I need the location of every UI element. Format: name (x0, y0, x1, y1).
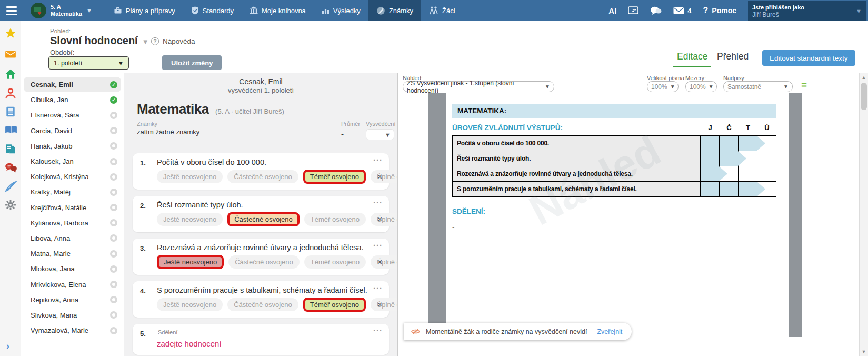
student-list-item[interactable]: Kyliánová, Barbora (21, 215, 124, 231)
rating-pill[interactable]: Ještě neosvojeno (157, 255, 224, 269)
template-select[interactable]: ZŠ Vysvědčení jinak - 1.stupeň (slovní h… (403, 81, 554, 92)
card-menu-icon[interactable]: ··· (373, 326, 383, 335)
rating-pill[interactable]: Téměř osvojeno (304, 255, 366, 269)
student-list-item[interactable]: Cesnak, Emil ✓ (24, 77, 121, 92)
report-grade-select[interactable]: ▼ (366, 129, 394, 140)
menu-item-standardy[interactable]: Standardy (183, 0, 242, 21)
card-menu-icon[interactable]: ··· (373, 283, 383, 292)
publish-link[interactable]: Zveřejnit (597, 328, 622, 335)
preview-scrollbar[interactable]: ▲ ▼ (859, 73, 868, 356)
student-list-item[interactable]: Vymazalová, Marie (21, 323, 124, 338)
menu-item-moje-knihovna[interactable]: Moje knihovna (242, 0, 314, 21)
help-link[interactable]: ?Nápověda (151, 37, 195, 45)
card-menu-icon[interactable]: ··· (373, 155, 383, 164)
rating-pill[interactable]: Částečně osvojeno (228, 255, 300, 269)
cast-icon[interactable] (628, 6, 638, 15)
rating-pill[interactable]: Ještě neosvojeno (157, 213, 223, 226)
outcome-row: Počítá v oboru čísel do 100 000. (453, 136, 776, 151)
student-list-item[interactable]: Kalousek, Jan (21, 154, 124, 169)
menu-item-vysledky[interactable]: Výsledky (314, 0, 368, 21)
student-list-item[interactable]: Elsnerová, Sára (21, 107, 124, 123)
student-status-icon (110, 142, 117, 150)
rating-pill[interactable]: Úplně osvojeno (371, 255, 398, 269)
save-changes-button[interactable]: Uložit změny (162, 55, 222, 70)
chevron-down-icon: ▼ (667, 84, 675, 90)
rating-pill[interactable]: Částečně osvojeno (227, 212, 300, 226)
rating-pill[interactable]: Částečně osvojeno (227, 298, 298, 311)
pen-icon[interactable] (5, 181, 16, 192)
ai-button[interactable]: AI (608, 6, 616, 15)
student-list-item[interactable]: Slivkova, Maria (21, 308, 124, 323)
chat-bubbles-icon[interactable] (5, 162, 16, 174)
edit-standard-texts-button[interactable]: Editovat standardní texty (762, 50, 855, 66)
student-list-item[interactable]: Mrkvickova, Elena (21, 276, 124, 292)
help-button[interactable]: ? Pomoc (703, 6, 736, 15)
documents-icon[interactable] (5, 143, 16, 155)
headings-select[interactable]: Samostatně▼ (723, 81, 793, 92)
enter-assessment-link[interactable]: zadejte hodnocení (157, 339, 222, 348)
home-icon[interactable] (5, 68, 16, 80)
menu-item-zaci[interactable]: Žáci (421, 0, 463, 21)
clear-rating-icon[interactable]: × (377, 173, 382, 181)
student-list-item[interactable]: Repiková, Anna (21, 292, 124, 308)
scrollbar-thumb[interactable] (861, 83, 867, 110)
rating-pill[interactable]: Ještě neosvojeno (157, 170, 223, 183)
view-selector[interactable]: Slovní hodnocení▼ (50, 35, 149, 47)
rating-pill[interactable]: Úplně osvojeno (371, 170, 398, 183)
clear-rating-icon[interactable]: × (377, 301, 382, 309)
rating-pill[interactable]: Ještě neosvojeno (157, 298, 223, 311)
scroll-down-icon[interactable]: ▼ (860, 349, 868, 354)
rating-pill[interactable]: Téměř osvojeno (303, 170, 366, 184)
student-list-item[interactable]: Cibulka, Jan ✓ (21, 92, 124, 107)
assessment-list: 1. ··· Počítá v oboru čísel do 100 000. … (133, 153, 389, 355)
tab-editace[interactable]: Editace (677, 51, 707, 62)
menu-item-plany-a-pripravy[interactable]: Plány a přípravy (106, 0, 183, 21)
doc-message-value: - (452, 223, 776, 231)
period-value: 1. pololetí (54, 60, 82, 67)
chevron-down-icon: ▼ (142, 38, 149, 46)
rating-pill[interactable]: Úplně osvojeno (371, 213, 398, 226)
person-icon[interactable] (5, 87, 16, 99)
card-menu-icon[interactable]: ··· (373, 198, 383, 207)
chevron-down-icon: ▼ (118, 60, 124, 66)
period-select[interactable]: 1. pololetí▼ (48, 56, 129, 70)
class-name-line1: 5. A (51, 4, 82, 11)
gear-icon[interactable] (5, 199, 16, 211)
student-list-item[interactable]: Krejčířová, Natálie (21, 200, 124, 215)
student-list-item[interactable]: Hanák, Jakub (21, 139, 124, 154)
chat-icon[interactable] (650, 6, 662, 15)
spacing-select[interactable]: 100%▼ (685, 81, 717, 92)
student-list-item[interactable]: Mlokova, Jana (21, 261, 124, 276)
font-size-select[interactable]: 100%▼ (647, 81, 679, 92)
headings-lines-icon[interactable]: ≡ (801, 80, 807, 90)
student-status-icon (110, 296, 117, 303)
notebook-icon[interactable] (5, 106, 16, 117)
student-name: Kalousek, Jan (31, 157, 110, 165)
messages-icon[interactable]: 4 (673, 7, 691, 15)
rating-pill[interactable]: Částečně osvojeno (227, 170, 298, 183)
user-menu[interactable]: Jste přihlášen jako Jiří Bureš ▼ (748, 1, 866, 21)
app-window: 5. A Matematika ▼ Plány a přípravy Stand… (0, 0, 868, 356)
student-list-item[interactable]: Libova, Anna (21, 231, 124, 246)
student-list-item[interactable]: Kolejková, Kristýna (21, 169, 124, 184)
card-menu-icon[interactable]: ··· (373, 241, 383, 250)
student-list-item[interactable]: Krátký, Matěj (21, 184, 124, 200)
rating-pill[interactable]: Téměř osvojeno (304, 213, 366, 226)
hamburger-menu-icon[interactable] (0, 6, 23, 15)
student-list-item[interactable]: Matna, Marie (21, 246, 124, 261)
rating-pill[interactable]: Téměř osvojeno (303, 298, 366, 312)
star-icon[interactable] (5, 27, 16, 39)
student-list-item[interactable]: Garcia, David (21, 123, 124, 139)
expand-rail-icon[interactable]: › (6, 341, 9, 352)
open-book-icon[interactable] (5, 124, 16, 136)
mail-icon[interactable] (5, 48, 16, 60)
scroll-up-icon[interactable]: ▲ (860, 75, 868, 80)
tab-prehled[interactable]: Přehled (717, 51, 749, 62)
rating-pill[interactable]: Úplně osvojeno (371, 298, 398, 311)
clear-rating-icon[interactable]: × (377, 258, 382, 266)
clear-rating-icon[interactable]: × (377, 215, 382, 224)
student-status-icon (110, 250, 117, 258)
student-status-icon (110, 281, 117, 288)
class-selector[interactable]: 5. A Matematika ▼ (23, 3, 97, 18)
menu-item-znamky[interactable]: Známky (368, 0, 421, 21)
